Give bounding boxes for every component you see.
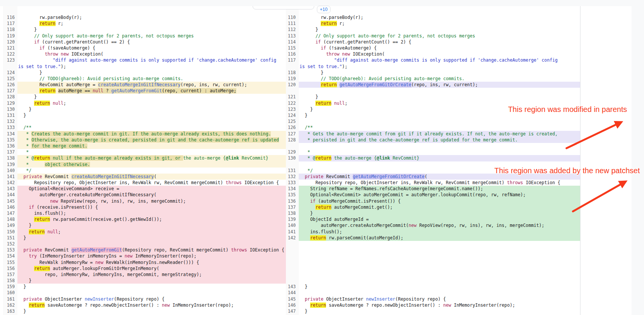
line-number[interactable]: 148 bbox=[3, 216, 17, 222]
line-number[interactable]: 161 bbox=[3, 296, 17, 302]
line-number[interactable]: 147 bbox=[3, 210, 17, 216]
line-number[interactable]: 151 bbox=[3, 235, 17, 241]
line-number[interactable]: 153 bbox=[3, 247, 17, 253]
line-number[interactable]: 138 bbox=[286, 210, 299, 216]
line-number[interactable]: 123 bbox=[3, 57, 17, 63]
line-number[interactable]: 128 bbox=[3, 94, 17, 100]
line-number[interactable]: 121 bbox=[286, 94, 299, 100]
line-number[interactable]: 131 bbox=[3, 112, 17, 118]
line-number[interactable]: 149 bbox=[3, 222, 17, 228]
line-number[interactable]: 140 bbox=[3, 168, 17, 174]
code-cell bbox=[299, 278, 580, 284]
diff-line: 138 * @return null if the auto-merge alr… bbox=[3, 155, 286, 161]
line-number[interactable]: 135 bbox=[286, 192, 299, 198]
line-number[interactable]: 129 bbox=[3, 100, 17, 106]
line-number[interactable]: 132 bbox=[286, 174, 299, 180]
line-number[interactable]: 119 bbox=[286, 76, 299, 82]
line-number[interactable]: 118 bbox=[286, 70, 299, 76]
line-number[interactable]: 120 bbox=[286, 82, 299, 88]
line-number[interactable]: 116 bbox=[3, 14, 17, 20]
code-cell: RevWalk inMemoryRw = new RevWalk(inMemor… bbox=[17, 259, 286, 265]
line-number[interactable]: 139 bbox=[286, 216, 299, 222]
line-number[interactable]: 128 bbox=[286, 137, 299, 143]
line-number[interactable]: 130 bbox=[286, 155, 299, 161]
line-number[interactable]: 132 bbox=[3, 118, 17, 124]
line-number[interactable]: 136 bbox=[286, 198, 299, 204]
line-number[interactable]: 157 bbox=[3, 272, 17, 278]
line-number[interactable]: 142 bbox=[3, 180, 17, 186]
line-number[interactable]: 133 bbox=[3, 124, 17, 130]
line-number[interactable]: 143 bbox=[286, 284, 299, 290]
line-number[interactable]: 156 bbox=[3, 265, 17, 272]
line-number[interactable]: 150 bbox=[3, 229, 17, 235]
code-cell bbox=[17, 290, 286, 296]
line-number[interactable]: 141 bbox=[3, 174, 17, 180]
line-number[interactable]: 144 bbox=[3, 192, 17, 198]
line-number[interactable]: 160 bbox=[3, 290, 17, 296]
line-number[interactable]: 140 bbox=[286, 222, 299, 228]
line-number[interactable]: 114 bbox=[286, 39, 299, 45]
line-number[interactable]: 120 bbox=[3, 39, 17, 45]
line-number[interactable]: 137 bbox=[3, 149, 17, 155]
line-number[interactable]: 113 bbox=[286, 33, 299, 39]
line-number[interactable]: 134 bbox=[286, 186, 299, 192]
code-cell bbox=[299, 88, 580, 94]
line-number[interactable]: 117 bbox=[3, 20, 17, 26]
line-number[interactable]: 135 bbox=[3, 137, 17, 143]
line-number[interactable]: 124 bbox=[3, 70, 17, 76]
line-number[interactable]: 119 bbox=[3, 33, 17, 39]
diff-line: 147 } bbox=[286, 308, 580, 314]
line-number[interactable]: 155 bbox=[3, 259, 17, 265]
line-number[interactable]: 152 bbox=[3, 241, 17, 247]
line-number[interactable]: 110 bbox=[286, 14, 299, 20]
diff-line: 129 * bbox=[286, 149, 580, 155]
line-number[interactable]: 147 bbox=[286, 308, 299, 314]
line-number[interactable]: 145 bbox=[3, 198, 17, 204]
code-cell: * persisted in git and the cache-automer… bbox=[299, 137, 580, 143]
code-cell: return autoMergeCommit.get(); bbox=[299, 204, 580, 210]
line-number[interactable]: 134 bbox=[3, 131, 17, 137]
line-number[interactable]: 127 bbox=[286, 131, 299, 137]
line-number[interactable]: 117 bbox=[286, 57, 299, 63]
code-cell: return rw.parseCommit(autoMergeId); bbox=[299, 235, 580, 241]
line-number[interactable]: 144 bbox=[286, 290, 299, 296]
line-number[interactable]: 125 bbox=[3, 76, 17, 82]
line-number[interactable]: 122 bbox=[286, 100, 299, 106]
line-number[interactable]: 142 bbox=[286, 235, 299, 241]
line-number[interactable]: 139 bbox=[3, 161, 17, 168]
line-number[interactable]: 138 bbox=[3, 155, 17, 161]
line-number[interactable]: 112 bbox=[286, 26, 299, 33]
line-number[interactable]: 111 bbox=[286, 20, 299, 26]
line-number[interactable]: 141 bbox=[286, 229, 299, 235]
diff-line: 133 Repository repo, ObjectInserter ins,… bbox=[286, 180, 580, 186]
line-number[interactable]: 143 bbox=[3, 186, 17, 192]
line-number[interactable]: 159 bbox=[3, 284, 17, 290]
line-number[interactable]: 122 bbox=[3, 51, 17, 57]
line-number[interactable]: 136 bbox=[3, 143, 17, 149]
line-number[interactable]: 162 bbox=[3, 302, 17, 308]
line-number[interactable]: 137 bbox=[286, 204, 299, 210]
top-chrome-strip bbox=[0, 0, 644, 6]
line-number[interactable]: 145 bbox=[286, 296, 299, 302]
line-number[interactable]: 133 bbox=[286, 180, 299, 186]
diff-line: 135 * Otherwise, the auto-merge is creat… bbox=[3, 137, 286, 143]
line-number[interactable]: 126 bbox=[3, 82, 17, 88]
line-number[interactable]: 127 bbox=[3, 88, 17, 94]
line-number[interactable]: 130 bbox=[3, 106, 17, 112]
line-number[interactable]: 118 bbox=[3, 26, 17, 33]
line-number[interactable]: 124 bbox=[286, 112, 299, 118]
expand-10-lines-button[interactable]: +10 bbox=[317, 6, 331, 13]
line-number[interactable]: 123 bbox=[286, 106, 299, 112]
line-number[interactable]: 146 bbox=[3, 204, 17, 210]
line-number[interactable]: 115 bbox=[286, 45, 299, 51]
line-number[interactable]: 126 bbox=[286, 124, 299, 130]
line-number[interactable]: 163 bbox=[3, 308, 17, 314]
line-number[interactable]: 158 bbox=[3, 278, 17, 284]
line-number[interactable]: 131 bbox=[286, 168, 299, 174]
line-number[interactable]: 116 bbox=[286, 51, 299, 57]
line-number[interactable]: 129 bbox=[286, 149, 299, 155]
line-number[interactable]: 121 bbox=[3, 45, 17, 51]
line-number[interactable]: 146 bbox=[286, 302, 299, 308]
line-number[interactable]: 125 bbox=[286, 118, 299, 124]
line-number[interactable]: 154 bbox=[3, 253, 17, 259]
